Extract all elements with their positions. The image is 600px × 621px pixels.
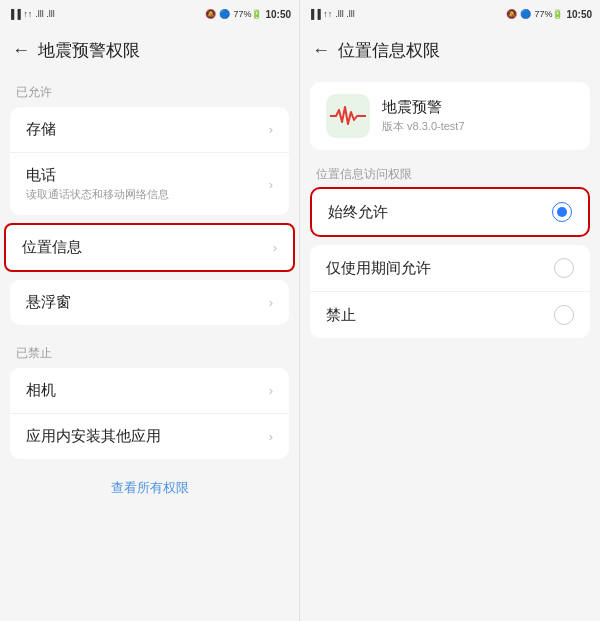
left-time: 10:50 xyxy=(265,9,291,20)
radio-deny-label: 禁止 xyxy=(326,306,356,325)
allowed-section-label: 已允许 xyxy=(0,72,299,107)
left-phone-panel: ▐▐ ↑↑ .lll .lll 🔕 🔵 77%🔋 10:50 ← 地震预警权限 … xyxy=(0,0,300,621)
radio-always-allow-circle[interactable] xyxy=(552,202,572,222)
right-status-bar: ▐▐ ↑↑ .lll .lll 🔕 🔵 77%🔋 10:50 xyxy=(300,0,600,28)
radio-other-options-card: 仅使用期间允许 禁止 xyxy=(310,245,590,338)
list-item-location-title: 位置信息 xyxy=(22,238,82,257)
right-page-title: 位置信息权限 xyxy=(338,39,440,62)
allowed-items-card-2: 悬浮窗 › xyxy=(10,280,289,325)
left-back-button[interactable]: ← xyxy=(12,40,30,61)
list-item-install[interactable]: 应用内安装其他应用 › xyxy=(10,414,289,459)
list-item-overlay-title: 悬浮窗 xyxy=(26,293,71,312)
left-page-title: 地震预警权限 xyxy=(38,39,140,62)
list-item-camera[interactable]: 相机 › xyxy=(10,368,289,414)
chevron-icon-overlay: › xyxy=(269,295,273,310)
right-phone-panel: ▐▐ ↑↑ .lll .lll 🔕 🔵 77%🔋 10:50 ← 位置信息权限 … xyxy=(300,0,600,621)
left-content: 已允许 存储 › 电话 读取通话状态和移动网络信息 › xyxy=(0,72,299,621)
app-name: 地震预警 xyxy=(382,98,465,117)
list-item-location-wrapper: 位置信息 › xyxy=(4,223,295,272)
list-item-install-title: 应用内安装其他应用 xyxy=(26,427,161,446)
right-battery-icon: 77%🔋 xyxy=(534,9,563,19)
list-item-storage[interactable]: 存储 › xyxy=(10,107,289,153)
left-page-header: ← 地震预警权限 xyxy=(0,28,299,72)
list-item-camera-title: 相机 xyxy=(26,381,56,400)
right-signal-icon: ▐▐ ↑↑ xyxy=(308,9,332,19)
list-item-overlay-content: 悬浮窗 xyxy=(26,293,71,312)
chevron-icon-camera: › xyxy=(269,383,273,398)
list-item-storage-title: 存储 xyxy=(26,120,56,139)
chevron-icon-location: › xyxy=(273,240,277,255)
app-info-card: 地震预警 版本 v8.3.0-test7 xyxy=(310,82,590,150)
bluetooth-icon: 🔵 xyxy=(219,9,230,19)
list-item-overlay[interactable]: 悬浮窗 › xyxy=(10,280,289,325)
chevron-icon-install: › xyxy=(269,429,273,444)
list-item-camera-content: 相机 xyxy=(26,381,56,400)
list-item-location-content: 位置信息 xyxy=(22,238,82,257)
app-info-text: 地震预警 版本 v8.3.0-test7 xyxy=(382,98,465,134)
app-icon xyxy=(326,94,370,138)
left-status-right: 🔕 🔵 77%🔋 10:50 xyxy=(205,9,291,20)
right-page-header: ← 位置信息权限 xyxy=(300,28,600,72)
right-network-icon: .lll .lll xyxy=(335,9,355,19)
signal-icon: ▐▐ ↑↑ xyxy=(8,9,32,19)
view-all-link[interactable]: 查看所有权限 xyxy=(0,467,299,509)
right-time: 10:50 xyxy=(566,9,592,20)
list-item-phone-title: 电话 xyxy=(26,166,169,185)
right-status-left: ▐▐ ↑↑ .lll .lll xyxy=(308,9,355,19)
list-item-location[interactable]: 位置信息 › xyxy=(6,225,293,270)
left-status-left: ▐▐ ↑↑ .lll .lll xyxy=(8,9,55,19)
list-item-phone-subtitle: 读取通话状态和移动网络信息 xyxy=(26,187,169,202)
list-item-install-content: 应用内安装其他应用 xyxy=(26,427,161,446)
list-item-storage-content: 存储 xyxy=(26,120,56,139)
radio-always-allow-wrapper: 始终允许 xyxy=(310,187,590,237)
right-bluetooth-icon: 🔵 xyxy=(520,9,531,19)
chevron-icon-storage: › xyxy=(269,122,273,137)
right-notification-icon: 🔕 xyxy=(506,9,517,19)
denied-items-card: 相机 › 应用内安装其他应用 › xyxy=(10,368,289,459)
radio-item-while-using[interactable]: 仅使用期间允许 xyxy=(310,245,590,292)
list-item-phone[interactable]: 电话 读取通话状态和移动网络信息 › xyxy=(10,153,289,215)
notification-icon: 🔕 xyxy=(205,9,216,19)
right-back-button[interactable]: ← xyxy=(312,40,330,61)
radio-item-deny[interactable]: 禁止 xyxy=(310,292,590,338)
battery-icon: 77%🔋 xyxy=(233,9,262,19)
network-icon: .lll .lll xyxy=(35,9,55,19)
app-version: 版本 v8.3.0-test7 xyxy=(382,119,465,134)
list-item-phone-content: 电话 读取通话状态和移动网络信息 xyxy=(26,166,169,202)
allowed-items-card: 存储 › 电话 读取通话状态和移动网络信息 › xyxy=(10,107,289,215)
right-status-right: 🔕 🔵 77%🔋 10:50 xyxy=(506,9,592,20)
radio-deny-circle[interactable] xyxy=(554,305,574,325)
permission-section-label: 位置信息访问权限 xyxy=(300,158,600,187)
denied-section-label: 已禁止 xyxy=(0,333,299,368)
radio-item-always-allow[interactable]: 始终允许 xyxy=(312,189,588,235)
chevron-icon-phone: › xyxy=(269,177,273,192)
radio-while-using-circle[interactable] xyxy=(554,258,574,278)
radio-while-using-label: 仅使用期间允许 xyxy=(326,259,431,278)
left-status-bar: ▐▐ ↑↑ .lll .lll 🔕 🔵 77%🔋 10:50 xyxy=(0,0,299,28)
radio-always-allow-label: 始终允许 xyxy=(328,203,388,222)
